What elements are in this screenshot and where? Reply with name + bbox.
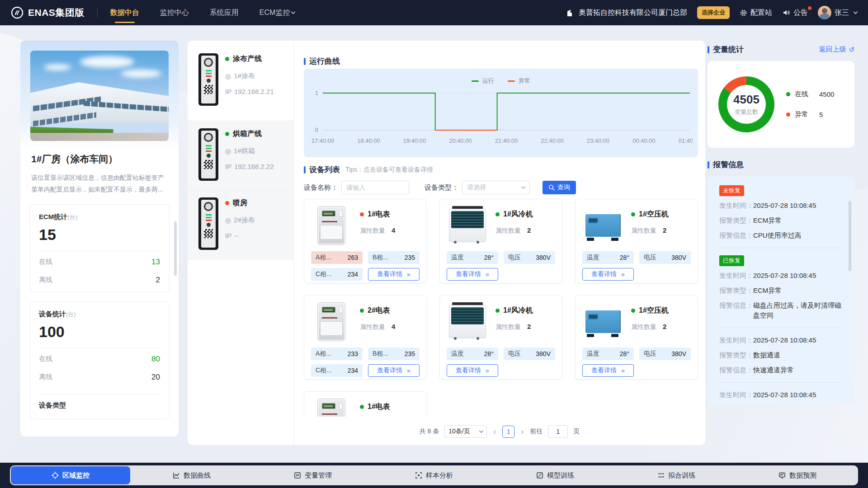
search-icon (548, 184, 555, 191)
alarm-list: 未恢复 发生时间：2025-07-28 10:08:45 报警类型：ECM异常 … (719, 185, 843, 400)
region-stats: ECM统计(台) 15 在线 13 离线 2 设备统计(台) 100 在线 80… (20, 204, 179, 419)
factory-photo (30, 51, 169, 141)
run-curve-chart: 运行 异常 1017:40:0018:40:0019:40:0020:40:00… (304, 69, 698, 157)
view-detail-button[interactable]: 查看详情» (447, 364, 498, 377)
select-company-button[interactable]: 选择企业 (697, 6, 730, 19)
cooler-device-image (447, 205, 488, 247)
dock-item-sample[interactable]: 样本分析 (374, 466, 494, 484)
line-item-2[interactable]: 喷房 ◎2#涂布 IP-- (188, 190, 293, 259)
legend-dot (786, 92, 790, 96)
view-detail-button[interactable]: 查看详情» (368, 268, 420, 281)
region-info-panel: 1#厂房（涂布车间） 该位置显示该区域信息，信息由配置站标签资产菜单内配置后显示… (20, 41, 179, 436)
dock-item-model[interactable]: 模型训练 (495, 466, 615, 484)
meter-device-image (311, 205, 353, 247)
alarm-scrollbar[interactable] (849, 201, 851, 271)
device-name-input[interactable] (341, 181, 409, 194)
view-detail-button[interactable]: 查看详情» (582, 364, 634, 377)
alarm-item-1: 已恢复 发生时间：2025-07-28 10:08:45 报警类型：ECM异常 … (719, 255, 843, 328)
nav-item-0[interactable]: 数据中台 (110, 0, 139, 25)
dock-item-fit[interactable]: 拟合训练 (617, 466, 736, 484)
stat-card-total: 15 (39, 226, 160, 244)
view-detail-button[interactable]: 查看详情» (447, 268, 498, 281)
svg-text:21:40:00: 21:40:00 (495, 137, 518, 144)
view-detail-button[interactable]: 查看详情» (368, 364, 420, 377)
road (30, 133, 169, 141)
device-list-tips: Tips：点击设备可查看设备详情 (345, 166, 433, 174)
company-name: 奥普拓自控科技有限公司厦门总部 (579, 8, 687, 18)
status-dot (495, 309, 500, 313)
attr-count: 属性数量2 (631, 323, 669, 331)
device-name: 1#空压机 (631, 306, 669, 315)
curve-icon (173, 472, 180, 479)
device-card-6[interactable]: 1#电表 属性数量4 (304, 391, 427, 417)
device-name: 1#电表 (360, 210, 395, 219)
dock-item-curve[interactable]: 数据曲线 (132, 466, 251, 484)
prev-page-button[interactable]: ‹ (492, 427, 497, 436)
device-card-3[interactable]: 2#电表 属性数量4 A相...233 B相...235 C相...234 查看… (304, 295, 427, 380)
stat-row: 离线 20 (39, 368, 160, 386)
notice-button[interactable]: 公告 (782, 8, 808, 18)
status-dot (225, 57, 229, 61)
page-size-select[interactable]: 10条/页 (444, 425, 487, 438)
device-card-2[interactable]: 1#空压机 属性数量2 温度28° 电压380V 查看详情» (575, 199, 698, 283)
alarm-field: 发生时间：2025-07-28 10:08:45 (719, 201, 843, 211)
alarm-item-2: 发生时间：2025-07-28 10:08:45 报警类型：数据通道 报警信息：… (719, 335, 843, 383)
device-list-title: 设备列表 (309, 164, 340, 175)
location-icon: ◎ (225, 147, 231, 155)
stat-card: 设备统计(台) 100 在线 80 离线 20 设备类型 (29, 301, 170, 419)
double-arrow-icon: » (486, 367, 489, 374)
alarm-field: 报警类型：ECM异常 (719, 216, 843, 225)
nav-item-3[interactable]: ECM监控 (259, 0, 295, 25)
alarm-item-0: 未恢复 发生时间：2025-07-28 10:08:45 报警类型：ECM异常 … (719, 185, 843, 248)
main-menu: 数据中台 监控中心 系统应用 ECM监控 (110, 0, 295, 25)
stat-row: 在线 13 (39, 253, 160, 271)
module-dock: 区域监控 数据曲线 变量管理 样本分析 模型训练 拟合训练 数据预测 (10, 465, 858, 485)
attr-chip: B相...235 (368, 347, 420, 360)
nav-item-1[interactable]: 监控中心 (160, 0, 189, 25)
device-type-select[interactable]: 请选择 (462, 181, 530, 194)
attr-chip: 电压380V (504, 251, 555, 264)
dock-item-region[interactable]: 区域监控 (11, 466, 130, 484)
attr-chip: 温度28° (447, 251, 498, 264)
dock-item-predict[interactable]: 数据预测 (738, 466, 857, 484)
line-item-1[interactable]: 烘箱产线 ◎1#烘箱 IP192.168.2.22 (188, 121, 293, 190)
double-arrow-icon: » (621, 367, 625, 374)
view-detail-button[interactable]: 查看详情» (582, 268, 634, 281)
search-button[interactable]: 查询 (542, 181, 576, 194)
next-page-button[interactable]: › (520, 427, 524, 436)
attr-chip: 电压380V (639, 347, 691, 360)
section-accent-bar (708, 46, 709, 53)
attr-chip: 电压380V (639, 251, 691, 264)
building-icon (565, 8, 574, 17)
device-card-1[interactable]: 1#风冷机 属性数量2 温度28° 电压380V 查看详情» (439, 199, 562, 283)
svg-text:00:40:00: 00:40:00 (632, 137, 656, 144)
compressor-device-image (582, 301, 624, 343)
legend-item[interactable]: 运行 (472, 77, 494, 85)
attr-count: 属性数量4 (360, 226, 395, 235)
device-filters: 设备名称： 设备类型： 请选择 查询 (304, 181, 576, 194)
current-page-button[interactable]: 1 (502, 426, 514, 438)
controller-device-image (198, 197, 218, 250)
line-item-0[interactable]: 涂布产线 ◎1#涂布 IP192.168.2.21 (188, 41, 293, 121)
legend-item[interactable]: 异常 (508, 77, 530, 85)
main-content: 1#厂房（涂布车间） 该位置显示该区域信息，信息由配置站标签资产菜单内配置后显示… (0, 25, 868, 463)
device-card-4[interactable]: 1#风冷机 属性数量2 温度28° 电压380V 查看详情» (439, 295, 562, 380)
back-to-parent-link[interactable]: 返回上级 ↺ (819, 45, 854, 54)
svg-text:17:40:00: 17:40:00 (311, 137, 335, 144)
config-站-button[interactable]: 配置站 (740, 8, 772, 18)
nav-item-2[interactable]: 系统应用 (210, 0, 239, 25)
device-card-5[interactable]: 1#空压机 属性数量2 温度28° 电压380V 查看详情» (575, 295, 698, 380)
status-dot (360, 309, 364, 313)
left-panel-scrollbar[interactable] (174, 221, 177, 276)
dock-item-variable[interactable]: 变量管理 (253, 466, 373, 484)
stat-card-title: ECM统计(台) (39, 213, 160, 221)
goto-page-input[interactable] (548, 425, 568, 438)
device-card-grid: 1#电表 属性数量4 A相...263 B相...235 C相...234 查看… (304, 199, 698, 417)
alarm-field: 报警信息：磁盘占用过高，请及时清理磁盘空间 (719, 300, 843, 320)
meter-device-image (311, 398, 353, 417)
svg-text:1: 1 (315, 89, 318, 96)
user-menu[interactable]: 张三 (818, 6, 857, 19)
attr-chip: C相...234 (311, 364, 363, 377)
device-card-0[interactable]: 1#电表 属性数量4 A相...263 B相...235 C相...234 查看… (304, 199, 427, 283)
cloud-shape (80, 56, 134, 68)
